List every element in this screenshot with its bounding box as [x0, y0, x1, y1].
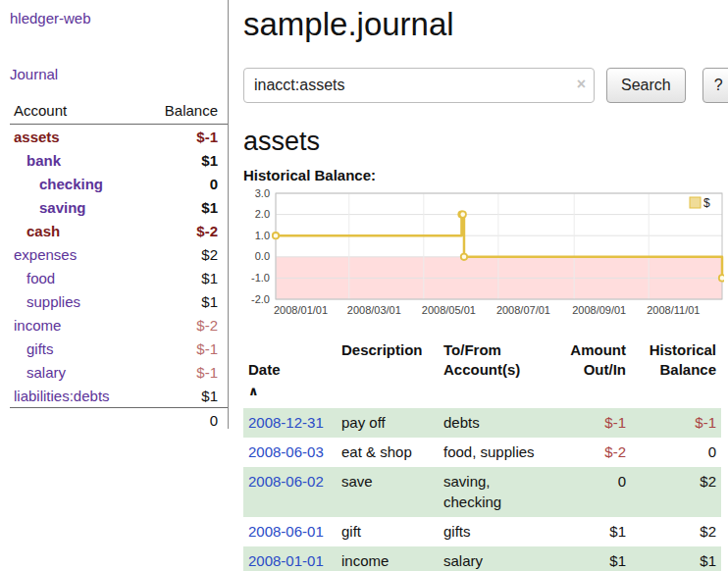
column-header-amount: Amount Out/In	[564, 338, 631, 408]
transaction-balance: $2	[631, 467, 721, 517]
account-balance: $-2	[196, 223, 218, 239]
svg-text:0.0: 0.0	[255, 250, 270, 262]
account-balance: 0	[210, 176, 218, 192]
main-content: sample.journal × Search ? assets Histori…	[243, 0, 728, 571]
register-row: 2008-06-01giftgifts$1$2	[243, 517, 721, 546]
account-balance: $-1	[196, 340, 218, 357]
svg-text:2008/05/01: 2008/05/01	[422, 304, 476, 316]
transaction-description: save	[337, 467, 439, 517]
svg-text:2008/09/01: 2008/09/01	[572, 304, 626, 316]
account-row: food$1	[10, 266, 228, 289]
transaction-description: income	[337, 546, 439, 571]
account-heading: assets	[243, 127, 728, 157]
account-balance: $2	[201, 246, 218, 263]
account-link[interactable]: expenses	[10, 246, 77, 263]
transaction-amount: $1	[564, 517, 631, 546]
svg-text:2008/11/01: 2008/11/01	[647, 304, 700, 316]
transaction-accounts: salary	[439, 546, 564, 571]
total-balance: 0	[210, 412, 218, 429]
account-link[interactable]: supplies	[10, 293, 80, 310]
date-header-label: Date	[248, 361, 281, 378]
account-link[interactable]: salary	[10, 364, 66, 381]
account-column-label: Account	[14, 102, 67, 119]
account-link[interactable]: checking	[10, 176, 103, 192]
svg-text:2008/01/01: 2008/01/01	[274, 304, 328, 316]
data-point-marker	[461, 254, 467, 260]
transaction-amount: 0	[564, 467, 631, 517]
account-row: gifts$-1	[10, 337, 228, 360]
transaction-amount: $-1	[564, 408, 631, 438]
account-row: liabilities:debts$1	[10, 384, 228, 407]
account-tree: Account Balance assets$-1bank$1checking0…	[10, 102, 228, 429]
transaction-date-link[interactable]: 2008-12-31	[248, 414, 324, 431]
transaction-date-link[interactable]: 2008-06-02	[248, 473, 324, 490]
register-row: 2008-01-01incomesalary$1$1	[243, 546, 721, 571]
transaction-date-cell: 2008-01-01	[243, 546, 337, 571]
help-button[interactable]: ?	[702, 68, 728, 103]
journal-nav-link[interactable]: Journal	[10, 66, 58, 82]
account-balance: $1	[201, 152, 218, 169]
account-link[interactable]: liabilities:debts	[10, 388, 110, 404]
svg-text:-2.0: -2.0	[251, 293, 270, 305]
account-link[interactable]: income	[10, 317, 61, 334]
column-header-description: Description	[337, 338, 439, 408]
register-table: Date ∧ Description To/From Account(s) Am…	[243, 338, 721, 571]
account-row: checking0	[10, 172, 228, 195]
register-header-row: Date ∧ Description To/From Account(s) Am…	[243, 338, 721, 408]
transaction-date-link[interactable]: 2008-06-01	[248, 523, 324, 540]
account-balance: $1	[201, 388, 218, 404]
svg-text:-1.0: -1.0	[251, 272, 270, 284]
account-balance: $1	[201, 270, 218, 286]
transaction-balance: 0	[631, 438, 721, 467]
transaction-accounts: gifts	[439, 517, 564, 546]
balance-chart: 3.02.01.00.0-1.0-2.02008/01/012008/03/01…	[243, 185, 724, 327]
account-link[interactable]: gifts	[10, 340, 54, 357]
transaction-balance: $-1	[631, 408, 721, 438]
chart-title: Historical Balance:	[243, 167, 728, 183]
svg-text:2.0: 2.0	[255, 208, 270, 220]
account-link[interactable]: food	[10, 270, 55, 286]
transaction-accounts: debts	[439, 408, 564, 438]
legend-label: $	[703, 196, 710, 210]
register-row: 2008-06-02savesaving, checking0$2	[243, 467, 721, 517]
account-row: salary$-1	[10, 360, 228, 384]
account-balance: $1	[201, 199, 218, 216]
transaction-date-cell: 2008-06-02	[243, 467, 337, 517]
account-balance: $-1	[196, 129, 218, 145]
app-title-link[interactable]: hledger-web	[10, 10, 91, 26]
account-link[interactable]: cash	[10, 223, 60, 239]
account-tree-header: Account Balance	[10, 102, 228, 125]
transaction-accounts: saving, checking	[439, 467, 564, 517]
account-row: income$-2	[10, 313, 228, 337]
sort-asc-icon: ∧	[248, 384, 259, 398]
data-point-marker	[460, 211, 466, 217]
clear-search-icon[interactable]: ×	[577, 77, 586, 92]
transaction-amount: $-2	[564, 438, 631, 467]
account-link[interactable]: assets	[10, 129, 60, 145]
account-row: saving$1	[10, 195, 228, 219]
search-button[interactable]: Search	[606, 68, 686, 103]
account-row: expenses$2	[10, 242, 228, 266]
account-total-row: 0	[10, 407, 228, 429]
account-balance: $1	[201, 293, 218, 310]
transaction-description: eat & shop	[337, 438, 439, 467]
account-row: supplies$1	[10, 289, 228, 313]
balance-column-label: Balance	[165, 102, 218, 119]
transaction-balance: $1	[631, 546, 721, 571]
transaction-date-link[interactable]: 2008-06-03	[248, 443, 324, 460]
transaction-date-link[interactable]: 2008-01-01	[248, 552, 324, 569]
search-box: ×	[243, 68, 595, 103]
page-title: sample.journal	[243, 6, 728, 43]
account-row: bank$1	[10, 148, 228, 172]
transaction-description: pay off	[337, 408, 439, 438]
transaction-accounts: food, supplies	[439, 438, 564, 467]
svg-text:1.0: 1.0	[255, 230, 270, 241]
account-link[interactable]: bank	[10, 152, 61, 169]
column-header-accounts: To/From Account(s)	[439, 338, 564, 408]
search-input[interactable]	[243, 68, 595, 103]
hledger-web-app: hledger-web Journal Account Balance asse…	[0, 0, 728, 571]
account-balance: $-1	[196, 364, 218, 381]
column-header-date[interactable]: Date ∧	[243, 338, 337, 408]
account-link[interactable]: saving	[10, 199, 86, 216]
search-form: × Search ?	[243, 68, 728, 103]
